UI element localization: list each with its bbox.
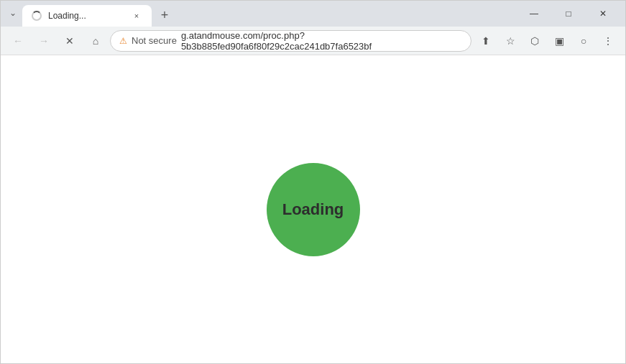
profile-button[interactable]: ○ <box>572 29 595 52</box>
active-tab[interactable]: Loading... × <box>22 5 152 27</box>
tab-close-button[interactable]: × <box>130 9 143 22</box>
loading-text: Loading <box>282 200 344 219</box>
share-button[interactable]: ⬆ <box>474 29 497 52</box>
loading-spinner <box>32 11 42 21</box>
stop-reload-button[interactable]: ✕ <box>58 29 81 52</box>
maximize-button[interactable]: □ <box>552 2 585 25</box>
forward-button[interactable]: → <box>32 29 55 52</box>
toolbar-actions: ⬆ ☆ ⬡ ▣ ○ ⋮ <box>474 29 620 52</box>
title-bar: ⌄ Loading... × + — □ ✕ <box>1 1 625 27</box>
not-secure-label: Not secure <box>132 35 177 46</box>
toolbar: ← → ✕ ⌂ ⚠ Not secure g.atandmouse.com/pr… <box>1 27 625 55</box>
window-controls: — □ ✕ <box>517 2 620 25</box>
close-button[interactable]: ✕ <box>586 2 620 25</box>
page-content: Loading <box>1 55 625 363</box>
back-button[interactable]: ← <box>6 29 29 52</box>
tab-chevron[interactable]: ⌄ <box>6 8 19 18</box>
home-button[interactable]: ⌂ <box>84 29 107 52</box>
tab-favicon <box>31 10 42 22</box>
tab-title: Loading... <box>48 11 124 21</box>
address-bar[interactable]: ⚠ Not secure g.atandmouse.com/proc.php?5… <box>110 30 471 52</box>
security-warning-icon: ⚠ <box>119 36 127 46</box>
minimize-button[interactable]: — <box>517 2 551 25</box>
extensions-button[interactable]: ⬡ <box>523 29 546 52</box>
bookmark-button[interactable]: ☆ <box>499 29 522 52</box>
menu-button[interactable]: ⋮ <box>597 29 620 52</box>
url-text: g.atandmouse.com/proc.php?5b3b885fed90fa… <box>181 30 462 52</box>
browser-frame: ⌄ Loading... × + — □ ✕ ← → ✕ ⌂ ⚠ Not sec… <box>0 0 626 364</box>
new-tab-button[interactable]: + <box>155 5 175 25</box>
loading-circle: Loading <box>267 163 360 256</box>
tab-strip: Loading... × + <box>22 1 515 27</box>
side-panel-button[interactable]: ▣ <box>548 29 571 52</box>
